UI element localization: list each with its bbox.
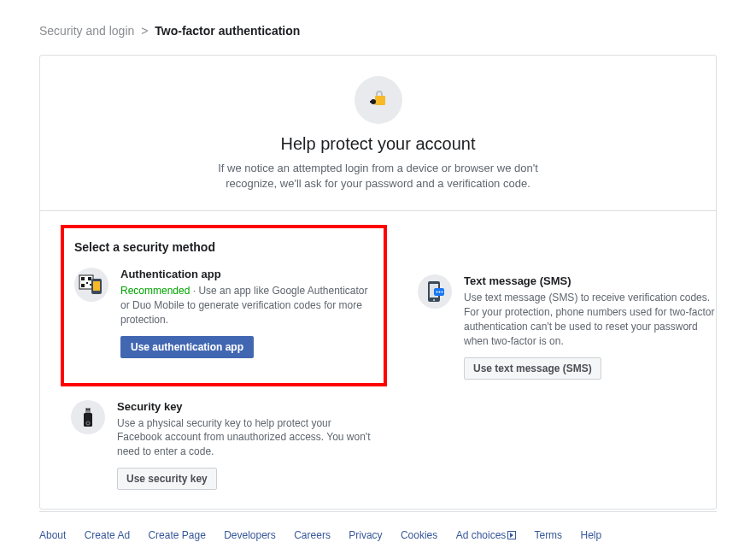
footer-link-developers[interactable]: Developers: [224, 529, 276, 541]
footer-link-about[interactable]: About: [39, 529, 66, 541]
highlighted-method: Select a security method: [61, 225, 387, 386]
security-key-title: Security key: [117, 400, 372, 413]
security-key-description: Use a physical security key to help prot…: [117, 416, 372, 459]
qr-phone-icon: [74, 268, 108, 302]
breadcrumb-separator: >: [141, 24, 148, 38]
svg-rect-19: [86, 409, 88, 410]
use-auth-app-button[interactable]: Use authentication app: [120, 336, 254, 358]
usb-key-icon: [71, 400, 105, 434]
footer-link-careers[interactable]: Careers: [294, 529, 331, 541]
footer-link-cookies[interactable]: Cookies: [401, 529, 437, 541]
recommended-label: Recommended: [120, 285, 190, 297]
footer-link-create-page[interactable]: Create Page: [148, 529, 205, 541]
svg-rect-20: [89, 409, 91, 410]
svg-rect-5: [88, 277, 91, 280]
sms-description: Use text message (SMS) to receive verifi…: [464, 291, 718, 348]
svg-rect-0: [375, 96, 385, 105]
phone-sms-icon: [418, 274, 452, 309]
method-sms: Text message (SMS) Use text message (SMS…: [418, 274, 718, 379]
method-sms-wrapper: Text message (SMS) Use text message (SMS…: [418, 239, 718, 379]
breadcrumb: Security and login > Two-factor authenti…: [39, 24, 717, 38]
svg-rect-2: [370, 101, 373, 103]
sms-title: Text message (SMS): [464, 274, 718, 287]
svg-rect-4: [81, 277, 85, 280]
use-sms-button[interactable]: Use text message (SMS): [464, 357, 601, 380]
footer-links: About Create Ad Create Page Developers C…: [39, 521, 717, 550]
svg-rect-18: [85, 408, 91, 413]
svg-point-16: [439, 292, 441, 293]
hero-section: Help protect your account If we notice a…: [40, 56, 716, 211]
footer-link-privacy[interactable]: Privacy: [349, 529, 382, 541]
hero-description: If we notice an attempted login from a d…: [208, 161, 549, 192]
methods-section: Select a security method: [40, 211, 716, 509]
footer-link-help[interactable]: Help: [580, 529, 601, 541]
svg-point-15: [437, 292, 438, 293]
auth-app-description: Recommended · Use an app like Google Aut…: [120, 284, 375, 327]
footer-link-create-ad[interactable]: Create Ad: [85, 529, 130, 541]
footer: About Create Ad Create Page Developers C…: [39, 521, 717, 554]
two-factor-card: Help protect your account If we notice a…: [39, 55, 717, 510]
lock-key-icon: [355, 76, 402, 124]
method-security-key: Security key Use a physical security key…: [71, 400, 372, 490]
breadcrumb-current: Two-factor authentication: [155, 24, 300, 38]
svg-point-17: [442, 292, 443, 293]
use-security-key-button[interactable]: Use security key: [117, 468, 217, 490]
method-auth-app: Authentication app Recommended · Use an …: [74, 268, 375, 357]
svg-rect-7: [86, 282, 88, 284]
auth-app-title: Authentication app: [120, 268, 375, 280]
footer-link-ad-choices[interactable]: Ad choices: [456, 529, 517, 541]
svg-rect-10: [93, 281, 100, 291]
hero-title: Help protect your account: [57, 134, 699, 154]
footer-link-terms[interactable]: Terms: [534, 529, 562, 541]
breadcrumb-parent[interactable]: Security and login: [39, 24, 134, 38]
svg-point-13: [433, 299, 435, 301]
svg-rect-8: [90, 284, 91, 286]
svg-rect-6: [81, 284, 85, 287]
ad-choices-icon: [507, 531, 516, 539]
section-title: Select a security method: [74, 240, 375, 254]
